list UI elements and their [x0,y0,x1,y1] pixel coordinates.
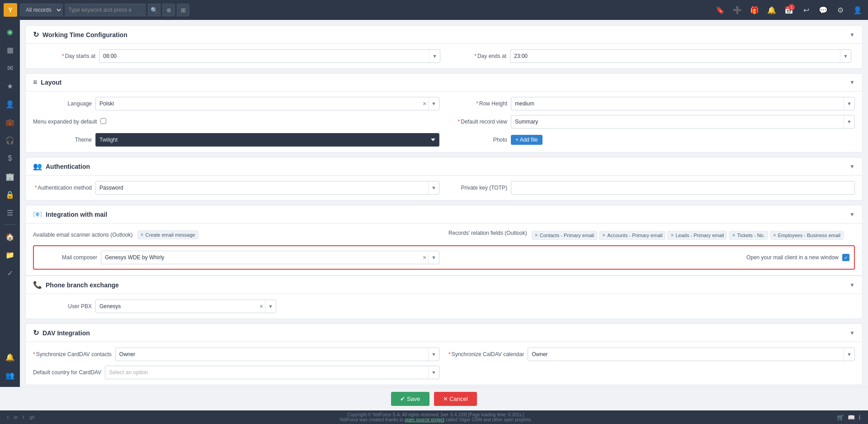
row-height-field: Row Height medium ▼ [448,97,855,110]
book-icon[interactable]: 📖 [848,414,855,421]
grid-icon[interactable]: ⊞ [177,4,189,16]
mail-composer-select[interactable]: Genesys WDE by Whirly × ▼ [101,251,439,264]
bell-icon[interactable]: 🔔 [765,3,778,17]
language-clear[interactable]: × [421,100,428,107]
default-record-view-select[interactable]: Summary ▼ [511,115,855,129]
search-input[interactable] [65,4,146,16]
day-starts-select[interactable]: 08:00 ▼ [99,49,440,63]
sidebar-item-lock[interactable]: 🔒 [2,186,18,203]
logo-icon: Y [4,3,17,17]
auth-method-select[interactable]: Password ▼ [95,181,439,195]
auth-method-arrow[interactable]: ▼ [428,181,439,194]
private-key-input[interactable] [511,181,855,195]
auth-method-value: Password [96,185,428,191]
tag-contacts-remove[interactable]: × [535,232,538,238]
sync-caldav-arrow[interactable]: ▼ [844,348,854,361]
theme-select[interactable]: Twilight [95,133,439,147]
calendar-icon[interactable]: 📅 1 [782,3,796,17]
working-time-header[interactable]: ↻ Working Time Configuration ▼ [26,26,862,44]
sidebar-item-mail[interactable]: ✉ [2,60,18,76]
integration-mail-header[interactable]: 📧 Integration with mail ▼ [26,205,862,224]
row-height-arrow[interactable]: ▼ [844,97,854,110]
phone-pbx-header[interactable]: 📞 Phone branch exchange ▼ [26,276,862,294]
sidebar-item-dashboard[interactable]: ▦ [2,42,18,58]
mail-composer-clear[interactable]: × [421,254,428,261]
search-scope-select[interactable]: All records [20,4,63,16]
sync-carddav-select[interactable]: Owner ▼ [115,348,439,361]
language-select[interactable]: Polski × ▼ [95,97,439,110]
tag-leads-remove[interactable]: × [670,232,674,238]
language-field: Language Polski × ▼ [33,97,439,110]
tag-accounts-remove[interactable]: × [602,232,605,238]
sidebar-item-checkmark[interactable]: ✓ [2,265,18,281]
sidebar-item-home[interactable]: ◉ [2,24,18,40]
sidebar-item-building[interactable]: 🏢 [2,168,18,185]
linkedin-icon[interactable]: in [14,415,18,420]
dav-integration-header[interactable]: ↻ DAV Integration ▼ [26,324,862,342]
row-height-control: medium ▼ [511,97,855,110]
save-button[interactable]: ✔ Save [391,392,429,406]
day-starts-arrow[interactable]: ▼ [429,50,440,62]
info-icon[interactable]: ℹ [859,414,861,421]
authentication-header[interactable]: 👥 Authentication ▼ [26,157,862,176]
menu-expanded-checkbox[interactable] [100,118,106,124]
sync-carddav-arrow[interactable]: ▼ [428,348,439,361]
tag-employees-remove[interactable]: × [773,232,776,238]
chat-icon[interactable]: 💬 [816,3,830,17]
default-country-placeholder: Select an option [105,369,428,376]
day-starts-label: Day starts at [37,53,95,59]
github-icon[interactable]: gh [29,415,34,420]
sidebar-item-list[interactable]: ☰ [2,205,18,221]
day-ends-arrow[interactable]: ▼ [840,50,851,62]
default-country-arrow[interactable]: ▼ [428,366,439,379]
integration-mail-chevron: ▼ [849,211,855,218]
default-country-select[interactable]: Select an option ▼ [105,366,439,379]
default-record-view-arrow[interactable]: ▼ [844,115,854,128]
sidebar-item-folder[interactable]: 📁 [2,247,18,263]
authentication-chevron: ▼ [849,163,855,170]
day-ends-select[interactable]: 23:00 ▼ [510,49,851,63]
sync-caldav-select[interactable]: Owner ▼ [528,348,855,361]
sidebar-item-nav-home[interactable]: 🏠 [2,229,18,245]
add-file-button[interactable]: + Add file [511,135,542,145]
user-pbx-arrow[interactable]: ▼ [265,300,276,313]
sidebar-item-finance[interactable]: $ [2,150,18,167]
open-mail-client-checkbox[interactable]: ✓ [842,254,849,261]
default-record-view-control: Summary ▼ [511,115,855,129]
top-icons-group: 🔖 ➕ 🎁 🔔 📅 1 ↩ 💬 ⚙ 👤 [713,3,864,17]
layout-header[interactable]: ≡ Layout ▼ [26,74,862,91]
sidebar-item-support[interactable]: 🎧 [2,132,18,148]
sidebar-item-favorites[interactable]: ★ [2,78,18,94]
layout-grid: Language Polski × ▼ Row Height [33,97,855,147]
open-source-link[interactable]: open source project [405,417,444,422]
user-pbx-clear[interactable]: × [258,303,265,310]
user-icon[interactable]: 👤 [851,3,864,17]
sidebar-item-users[interactable]: 👥 [2,367,18,383]
layout-chevron: ▼ [849,79,855,86]
search-button[interactable]: 🔍 [148,4,160,16]
mail-composer-arrow[interactable]: ▼ [428,251,439,264]
sidebar-item-notification[interactable]: 🔔 [2,349,18,365]
sidebar-item-contacts[interactable]: 👤 [2,96,18,112]
sidebar-item-briefcase[interactable]: 💼 [2,114,18,130]
bookmark-icon[interactable]: 🔖 [713,3,727,17]
gear-icon[interactable]: ⚙ [834,3,847,17]
gift-icon[interactable]: 🎁 [748,3,761,17]
plus-icon[interactable]: ➕ [731,3,744,17]
action-tag-create-email-remove[interactable]: × [141,232,144,238]
cart-icon[interactable]: 🛒 [837,414,844,421]
row-height-select[interactable]: medium ▼ [511,97,855,110]
day-ends-label: Day ends at [448,53,506,59]
main-layout: ◉ ▦ ✉ ★ 👤 💼 🎧 $ 🏢 🔒 ☰ 🏠 📁 ✓ 🔔 👥 ↻ Workin… [0,20,868,387]
tag-tickets-remove[interactable]: × [732,232,735,238]
history-icon[interactable]: ↩ [799,3,813,17]
cancel-button[interactable]: ✕ Cancel [434,392,477,406]
twitter-icon[interactable]: t [7,415,9,420]
user-pbx-select[interactable]: Genesys × ▼ [95,300,276,313]
globe-icon[interactable]: ⊕ [162,4,175,16]
mail-top-row: Available email scanner actions (Outlook… [33,229,855,241]
language-arrow[interactable]: ▼ [428,97,439,110]
facebook-icon[interactable]: f [23,415,24,420]
day-starts-control: 08:00 ▼ [99,49,440,63]
available-actions-label: Available email scanner actions (Outlook… [33,232,133,238]
